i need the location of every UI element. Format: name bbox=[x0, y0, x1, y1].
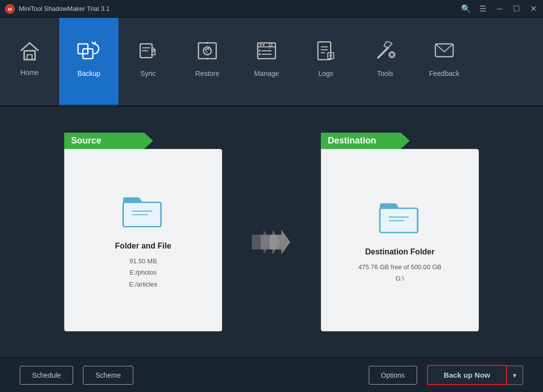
destination-title: Destination Folder bbox=[365, 248, 434, 256]
scheme-button[interactable]: Scheme bbox=[83, 366, 133, 385]
source-info: 91.50 MB E:/photos E:/articles bbox=[129, 255, 157, 290]
feedback-icon bbox=[433, 40, 455, 65]
source-header: Source bbox=[64, 133, 153, 149]
nav-feedback[interactable]: Feedback bbox=[415, 18, 474, 106]
nav-sync-label: Sync bbox=[140, 70, 155, 77]
nav-backup[interactable]: Backup bbox=[59, 18, 118, 106]
destination-free: 475.76 GB free of 500.00 GB bbox=[358, 261, 441, 273]
bottom-bar: Schedule Scheme Options Back up Now ▾ bbox=[0, 357, 543, 392]
nav-manage[interactable]: Manage bbox=[237, 18, 296, 106]
nav-backup-label: Backup bbox=[78, 70, 101, 77]
search-button[interactable]: 🔍 bbox=[461, 4, 471, 14]
backup-now-button[interactable]: Back up Now bbox=[427, 365, 507, 385]
source-title: Folder and File bbox=[115, 242, 171, 250]
nav-feedback-label: Feedback bbox=[429, 70, 459, 77]
main-content: Source Folder and File 91.50 MB E:/ bbox=[0, 107, 543, 357]
nav-sync[interactable]: Sync bbox=[118, 18, 178, 106]
tools-icon bbox=[374, 40, 396, 65]
svg-point-20 bbox=[259, 53, 261, 55]
minimize-button[interactable]: ─ bbox=[495, 4, 504, 14]
bottom-left: Schedule Scheme bbox=[20, 366, 133, 385]
dropdown-arrow-icon: ▾ bbox=[513, 371, 516, 379]
nav-logs-label: Logs bbox=[318, 70, 333, 77]
source-path-2: E:/articles bbox=[129, 279, 157, 290]
options-button[interactable]: Options bbox=[369, 366, 417, 385]
arrow-area bbox=[252, 210, 291, 254]
bottom-right: Options Back up Now ▾ bbox=[369, 365, 523, 385]
svg-point-17 bbox=[260, 44, 262, 46]
source-card[interactable]: Folder and File 91.50 MB E:/photos E:/ar… bbox=[64, 149, 222, 331]
close-button[interactable]: ✕ bbox=[528, 4, 538, 14]
title-left: M MiniTool ShadowMaker Trial 3.1 bbox=[5, 4, 110, 14]
svg-point-21 bbox=[269, 43, 272, 46]
source-folder-icon bbox=[121, 190, 165, 232]
manage-icon bbox=[256, 40, 277, 65]
app-logo: M bbox=[5, 4, 15, 14]
source-path-1: E:/photos bbox=[129, 267, 157, 278]
nav-tools-label: Tools bbox=[377, 70, 393, 77]
destination-card-wrapper: Destination Destination Folder 475.76 GB… bbox=[321, 133, 479, 331]
logs-icon bbox=[315, 40, 337, 65]
nav-manage-label: Manage bbox=[254, 70, 279, 77]
svg-point-10 bbox=[203, 47, 211, 55]
title-bar: M MiniTool ShadowMaker Trial 3.1 🔍 ☰ ─ ☐… bbox=[0, 0, 543, 18]
svg-point-31 bbox=[389, 52, 395, 58]
destination-folder-icon bbox=[378, 196, 422, 238]
svg-text:M: M bbox=[8, 7, 12, 12]
app-title: MiniTool ShadowMaker Trial 3.1 bbox=[19, 5, 110, 12]
destination-header: Destination bbox=[321, 133, 410, 149]
backup-dropdown-button[interactable]: ▾ bbox=[507, 365, 523, 385]
source-card-wrapper: Source Folder and File 91.50 MB E:/ bbox=[64, 133, 222, 331]
sync-icon bbox=[137, 40, 159, 65]
nav-bar: Home Backup Sync bbox=[0, 18, 543, 107]
nav-logs[interactable]: Logs bbox=[296, 18, 355, 106]
restore-icon bbox=[196, 40, 218, 65]
destination-drive: G:\ bbox=[358, 273, 441, 284]
nav-restore[interactable]: Restore bbox=[178, 18, 237, 106]
svg-rect-9 bbox=[198, 43, 216, 59]
svg-line-30 bbox=[378, 48, 388, 58]
nav-tools[interactable]: Tools bbox=[355, 18, 415, 106]
svg-point-19 bbox=[259, 50, 261, 52]
menu-button[interactable]: ☰ bbox=[478, 4, 488, 14]
destination-card[interactable]: Destination Folder 475.76 GB free of 500… bbox=[321, 149, 479, 331]
nav-home[interactable]: Home bbox=[0, 18, 59, 106]
svg-rect-23 bbox=[318, 42, 331, 60]
source-size: 91.50 MB bbox=[129, 255, 157, 267]
nav-home-label: Home bbox=[20, 69, 39, 76]
home-icon bbox=[19, 41, 40, 64]
svg-point-18 bbox=[263, 44, 265, 46]
schedule-button[interactable]: Schedule bbox=[20, 366, 73, 385]
destination-info: 475.76 GB free of 500.00 GB G:\ bbox=[358, 261, 441, 285]
maximize-button[interactable]: ☐ bbox=[511, 4, 521, 14]
nav-restore-label: Restore bbox=[195, 70, 219, 77]
backup-icon bbox=[76, 40, 102, 65]
title-controls: 🔍 ☰ ─ ☐ ✕ bbox=[461, 4, 538, 14]
